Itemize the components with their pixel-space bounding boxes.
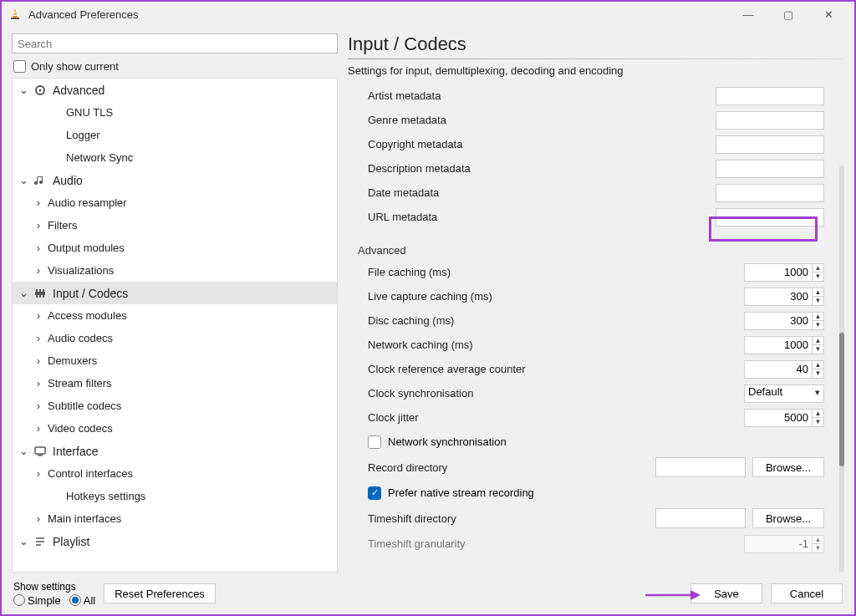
tree-item-video-codecs[interactable]: ›Video codecs — [13, 417, 337, 440]
tree-item-interface[interactable]: ⌄Interface — [13, 440, 337, 462]
tree-label: Output modules — [48, 242, 125, 254]
tree-item-gnu-tls[interactable]: GNU TLS — [13, 101, 337, 124]
metadata-input-2[interactable] — [716, 135, 824, 154]
svg-rect-9 — [43, 295, 44, 298]
metadata-input-5[interactable] — [716, 208, 824, 227]
chevron-down-icon: ⌄ — [19, 445, 28, 457]
svg-rect-10 — [35, 447, 45, 454]
tree-item-audio-codecs[interactable]: ›Audio codecs — [13, 327, 337, 349]
tree-item-logger[interactable]: Logger — [13, 124, 337, 146]
metadata-input-1[interactable] — [716, 111, 824, 130]
svg-rect-8 — [39, 295, 41, 298]
audio-icon — [33, 173, 48, 188]
tree-label: Control interfaces — [48, 467, 133, 480]
metadata-row: Artist metadata — [348, 84, 833, 108]
clock-sync-dropdown[interactable]: Default — [744, 384, 824, 403]
section-advanced: Advanced — [348, 239, 833, 260]
codec-icon — [33, 286, 48, 301]
tree-label: Input / Codecs — [53, 287, 128, 300]
tree-label: Audio resampler — [48, 196, 127, 209]
chevron-down-icon: ⌄ — [19, 174, 28, 186]
tree-item-audio[interactable]: ⌄Audio — [13, 169, 337, 191]
tree-item-access-modules[interactable]: ›Access modules — [13, 304, 337, 327]
network-sync-checkbox[interactable] — [368, 435, 381, 449]
radio-simple[interactable]: Simple — [13, 594, 61, 607]
chevron-right-icon: › — [34, 467, 43, 480]
tree-label: Demuxers — [48, 354, 97, 367]
tree-label: Network Sync — [66, 151, 133, 164]
tree-item-main-interfaces[interactable]: ›Main interfaces — [13, 507, 337, 530]
svg-rect-3 — [35, 292, 45, 295]
tree-item-input-codecs[interactable]: ⌄Input / Codecs — [13, 282, 337, 304]
tree-label: Video codecs — [48, 422, 113, 435]
tree-item-advanced[interactable]: ⌄Advanced — [13, 79, 337, 101]
tree-item-network-sync[interactable]: Network Sync — [13, 146, 337, 169]
minimize-button[interactable]: — — [729, 3, 767, 26]
maximize-button[interactable]: ▢ — [769, 3, 808, 26]
tree-item-output-modules[interactable]: ›Output modules — [13, 237, 337, 259]
tree-label: Visualizations — [48, 264, 114, 277]
tree-item-stream-filters[interactable]: ›Stream filters — [13, 372, 337, 395]
tree-label: Hotkeys settings — [66, 490, 145, 502]
record-dir-browse-button[interactable]: Browse... — [752, 457, 824, 477]
metadata-input-4[interactable] — [716, 184, 824, 202]
settings-scrollbar[interactable] — [839, 165, 844, 573]
chevron-right-icon: › — [34, 377, 43, 389]
window-title: Advanced Preferences — [28, 8, 139, 21]
tree-item-playlist[interactable]: ⌄Playlist — [13, 530, 337, 552]
close-button[interactable]: ✕ — [809, 3, 848, 26]
tree-item-demuxers[interactable]: ›Demuxers — [13, 349, 337, 372]
svg-rect-0 — [11, 18, 19, 19]
svg-rect-4 — [36, 289, 38, 292]
preferences-tree[interactable]: ⌄AdvancedGNU TLSLoggerNetwork Sync⌄Audio… — [12, 78, 338, 573]
tree-item-control-interfaces[interactable]: ›Control interfaces — [13, 462, 337, 485]
tree-item-filters[interactable]: ›Filters — [13, 214, 337, 237]
spinner-buttons[interactable]: ▲▼ — [812, 288, 823, 305]
save-button[interactable]: Save — [690, 583, 762, 603]
tree-label: Stream filters — [48, 377, 112, 389]
metadata-input-0[interactable] — [716, 87, 824, 105]
chevron-right-icon: › — [34, 242, 43, 254]
metadata-input-3[interactable] — [716, 160, 824, 178]
tree-item-audio-resampler[interactable]: ›Audio resampler — [13, 191, 337, 214]
prefer-native-checkbox[interactable]: ✓ — [368, 486, 381, 500]
spinner-buttons[interactable]: ▲▼ — [812, 264, 823, 281]
metadata-row: Genre metadata — [348, 108, 833, 132]
chevron-right-icon: › — [34, 219, 43, 232]
reset-preferences-button[interactable]: Reset Preferences — [104, 583, 216, 603]
tree-item-hotkeys-settings[interactable]: Hotkeys settings — [13, 485, 337, 507]
tree-item-subtitle-codecs[interactable]: ›Subtitle codecs — [13, 395, 337, 417]
svg-rect-6 — [43, 289, 44, 292]
timeshift-dir-browse-button[interactable]: Browse... — [752, 508, 824, 528]
spinner-buttons[interactable]: ▲▼ — [812, 337, 823, 354]
chevron-right-icon: › — [34, 196, 43, 209]
tree-label: Interface — [53, 445, 98, 458]
only-show-current-checkbox[interactable]: Only show current — [13, 60, 338, 73]
chevron-right-icon: › — [34, 422, 43, 435]
tree-label: Logger — [66, 129, 99, 141]
gear-icon — [33, 83, 48, 98]
tree-item-visualizations[interactable]: ›Visualizations — [13, 259, 337, 282]
cancel-button[interactable]: Cancel — [771, 583, 843, 603]
spinner-buttons[interactable]: ▲▼ — [812, 361, 823, 378]
timeshift-dir-input[interactable] — [655, 508, 746, 528]
tree-label: Main interfaces — [48, 512, 121, 525]
radio-all[interactable]: All — [69, 594, 95, 607]
chevron-down-icon: ⌄ — [19, 84, 28, 96]
interface-icon — [33, 444, 48, 459]
record-dir-input[interactable] — [655, 457, 746, 477]
spinner-buttons[interactable]: ▲▼ — [812, 410, 823, 426]
metadata-row: Description metadata — [348, 156, 833, 181]
svg-rect-7 — [36, 295, 38, 298]
chevron-down-icon: ⌄ — [19, 287, 28, 299]
tree-label: Playlist — [53, 535, 89, 548]
playlist-icon — [33, 534, 48, 549]
page-title: Input / Codecs — [348, 33, 844, 55]
spinner-buttons[interactable]: ▲▼ — [812, 536, 823, 552]
search-input[interactable] — [12, 33, 338, 53]
tree-label: Subtitle codecs — [48, 400, 121, 412]
metadata-row: URL metadata — [348, 205, 833, 229]
vlc-cone-icon — [8, 8, 22, 21]
spinner-buttons[interactable]: ▲▼ — [812, 313, 823, 329]
page-subtitle: Settings for input, demultiplexing, deco… — [348, 64, 844, 77]
